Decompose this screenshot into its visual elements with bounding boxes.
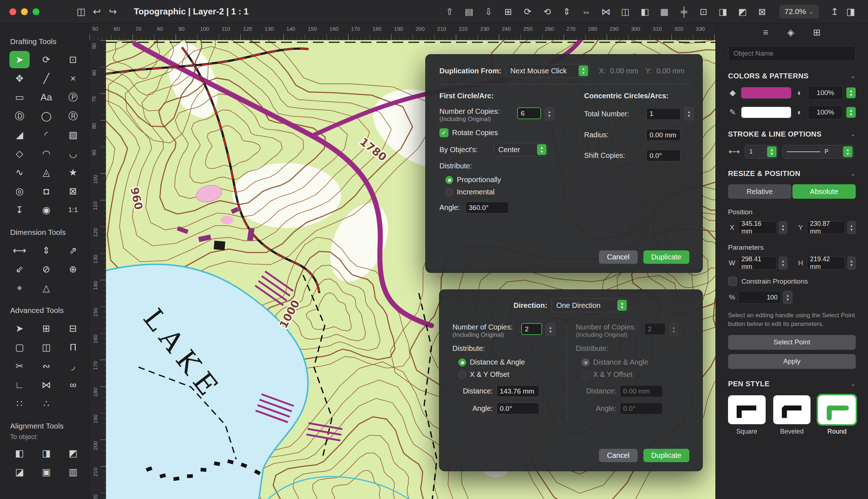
annotation-icon[interactable]: ⊠ bbox=[754, 4, 770, 19]
export-icon[interactable]: ⇧ bbox=[442, 4, 458, 19]
cancel-button[interactable]: Cancel bbox=[599, 250, 637, 264]
round-rect-tool[interactable]: ▢ bbox=[9, 339, 30, 356]
linear-dimension-tool[interactable]: ⟷ bbox=[9, 242, 30, 259]
radius-dimension-tool[interactable]: ⊕ bbox=[63, 261, 83, 278]
crosshair-tool[interactable]: ◎ bbox=[9, 182, 30, 200]
close-button[interactable] bbox=[9, 8, 16, 15]
colors-section-header[interactable]: COLORS & PATTERNS ⌄ bbox=[728, 72, 856, 80]
scatter-tool[interactable]: ∴ bbox=[36, 395, 56, 412]
align-left-tool[interactable]: ◧ bbox=[9, 444, 30, 462]
distribute-tool[interactable]: ◩ bbox=[63, 444, 83, 462]
layers-tab[interactable]: ◈ bbox=[787, 27, 794, 38]
rotate-copies-checkbox[interactable]: ✓ bbox=[439, 128, 448, 137]
width-stepper[interactable]: ▲▼ bbox=[779, 257, 787, 270]
stroke-section-header[interactable]: STROKE & LINE OPTIONS ⌄ bbox=[728, 130, 856, 138]
mask-left-icon[interactable]: ◧ bbox=[637, 4, 653, 19]
distance-input-left[interactable] bbox=[497, 385, 539, 397]
paragraph-tool[interactable]: Ⓟ bbox=[63, 89, 83, 106]
fullscreen-button[interactable] bbox=[33, 8, 39, 15]
select-copy-tool[interactable]: ➤ bbox=[9, 320, 30, 337]
wedge-tool[interactable]: ◢ bbox=[9, 126, 30, 143]
corner-tool[interactable]: ∟ bbox=[9, 376, 30, 393]
mirror-tool[interactable]: ⋈ bbox=[36, 376, 56, 393]
rectangle-tool[interactable]: ▭ bbox=[9, 89, 30, 106]
pen-style-section-header[interactable]: PEN STYLE ⌄ bbox=[728, 380, 856, 388]
curve-tool[interactable]: ◠ bbox=[36, 145, 56, 162]
freehand-tool[interactable]: ∿ bbox=[9, 164, 30, 181]
contrast-icon[interactable]: ◐ bbox=[795, 88, 804, 98]
pentagon-tool[interactable]: ◬ bbox=[36, 164, 56, 181]
constrain-proportions-checkbox[interactable] bbox=[728, 277, 737, 286]
eyedropper-tool[interactable]: ↧ bbox=[9, 201, 30, 219]
minimize-button[interactable] bbox=[21, 8, 28, 15]
by-objects-select[interactable]: Center ▲▼ bbox=[494, 143, 548, 156]
copies-stepper-left[interactable]: ▲▼ bbox=[546, 323, 555, 336]
align-right-tool[interactable]: ▣ bbox=[36, 463, 56, 481]
select-tool[interactable]: ➤ bbox=[9, 51, 30, 68]
fillet-tool[interactable]: ◞ bbox=[63, 357, 83, 375]
pen-style-square[interactable] bbox=[728, 395, 766, 424]
array-tool[interactable]: ∷ bbox=[9, 395, 30, 412]
library-tab[interactable]: ⊞ bbox=[813, 27, 821, 38]
dimension-icon[interactable]: ╪ bbox=[676, 4, 692, 19]
hatch-tool[interactable]: ▨ bbox=[63, 126, 83, 143]
link-tool[interactable]: ∞ bbox=[63, 376, 83, 393]
select-point-button[interactable]: Select Point bbox=[728, 335, 856, 350]
stroke-width-select[interactable]: 1 ▲▼ bbox=[745, 145, 778, 159]
line-style-select[interactable]: P ▲▼ bbox=[782, 145, 854, 159]
properties-tab[interactable]: ≡ bbox=[763, 27, 769, 38]
split-tool[interactable]: ∾ bbox=[36, 357, 56, 375]
save-icon[interactable]: ⇩ bbox=[481, 4, 497, 19]
zoom-tool[interactable]: ◉ bbox=[36, 201, 56, 219]
symbol-tool[interactable]: ⊠ bbox=[63, 182, 83, 200]
line-tool[interactable]: ╱ bbox=[36, 70, 56, 87]
pen-style-beveled[interactable] bbox=[773, 395, 811, 424]
polygon-tool[interactable]: ◇ bbox=[9, 145, 30, 162]
relative-button[interactable]: Relative bbox=[728, 184, 791, 199]
circle-diameter-tool[interactable]: Ⓓ bbox=[9, 107, 30, 125]
diameter-dimension-tool[interactable]: ⊘ bbox=[36, 261, 56, 278]
diagonal-dimension-tool[interactable]: ⇗ bbox=[63, 242, 83, 259]
detail-icon[interactable]: ⊡ bbox=[695, 4, 711, 19]
x-position-value[interactable]: 345.16 mm bbox=[738, 221, 776, 234]
extend-left-tool[interactable]: ⊟ bbox=[63, 320, 83, 337]
x-position-stepper[interactable]: ▲▼ bbox=[779, 221, 787, 234]
corner-icon[interactable]: ◩ bbox=[735, 4, 750, 19]
rotate-tool[interactable]: ⟳ bbox=[36, 51, 56, 68]
height-stepper[interactable]: ▲▼ bbox=[847, 257, 856, 270]
print-icon[interactable]: ⊞ bbox=[500, 4, 516, 19]
contrast-icon[interactable]: ◐ bbox=[795, 108, 804, 117]
pi-tool[interactable]: Π bbox=[63, 339, 83, 356]
total-number-input[interactable] bbox=[646, 108, 681, 120]
align-bottom-tool[interactable]: ◪ bbox=[9, 463, 30, 481]
grid-align-tool[interactable]: ▥ bbox=[63, 463, 83, 481]
percent-stepper[interactable]: ▲▼ bbox=[783, 291, 792, 304]
angle-input[interactable] bbox=[465, 202, 509, 214]
angular-dimension-tool[interactable]: ⇙ bbox=[9, 261, 30, 278]
apply-button[interactable]: Apply bbox=[728, 354, 856, 369]
redo-icon[interactable]: ↪ bbox=[105, 6, 121, 17]
stroke-opacity-stepper[interactable]: ▲▼ bbox=[846, 107, 856, 118]
xy-offset-radio-left[interactable] bbox=[458, 371, 466, 379]
duplicate-shape-tool[interactable]: ◫ bbox=[36, 339, 56, 356]
arc-tool[interactable]: ◜ bbox=[36, 126, 56, 143]
fill-color-swatch[interactable] bbox=[741, 87, 792, 99]
copies-input[interactable] bbox=[517, 107, 541, 119]
absolute-button[interactable]: Absolute bbox=[792, 184, 856, 199]
duplicate-button[interactable]: Duplicate bbox=[643, 250, 689, 264]
pen-style-round[interactable] bbox=[818, 395, 856, 424]
mask-right-icon[interactable]: ◨ bbox=[715, 4, 731, 19]
scissors-tool[interactable]: ✂ bbox=[9, 357, 30, 375]
undo-icon[interactable]: ↩ bbox=[89, 6, 105, 17]
radius-input[interactable] bbox=[646, 129, 681, 141]
star-tool[interactable]: ★ bbox=[63, 164, 83, 181]
duplication-from-select[interactable]: Next Mouse Click ▲▼ bbox=[506, 64, 590, 78]
vertical-dimension-tool[interactable]: ⇕ bbox=[36, 242, 56, 259]
text-tool[interactable]: Aa bbox=[36, 89, 56, 106]
flip-horizontal-icon[interactable]: ⇔ bbox=[578, 4, 594, 19]
rotate-ccw-icon[interactable]: ⟲ bbox=[539, 4, 555, 19]
resize-section-header[interactable]: RESIZE & POSITION ⌄ bbox=[728, 169, 856, 178]
shift-copies-input[interactable] bbox=[646, 150, 681, 162]
copies-input-left[interactable] bbox=[521, 323, 542, 335]
total-number-stepper[interactable]: ▲▼ bbox=[684, 107, 694, 120]
